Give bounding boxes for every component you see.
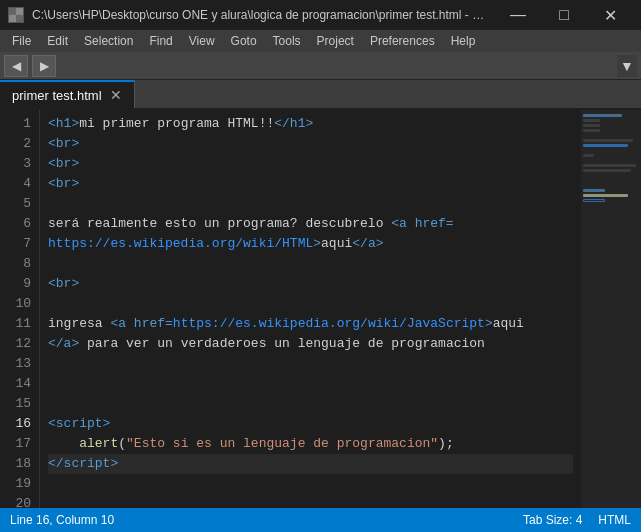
close-button[interactable]: ✕ <box>587 0 633 30</box>
line-numbers: 1 2 3 4 5 6 7 8 9 10 11 12 13 14 15 16 1… <box>0 110 40 508</box>
statusbar-right: Tab Size: 4 HTML <box>523 513 631 527</box>
line-num-1: 1 <box>12 114 31 134</box>
minimize-button[interactable]: — <box>495 0 541 30</box>
code-editor[interactable]: <h1>mi primer programa HTML!!</h1> <br> … <box>40 110 581 508</box>
line-num-5: 5 <box>12 194 31 214</box>
forward-button[interactable]: ▶ <box>32 55 56 77</box>
line-num-6: 6 <box>12 214 31 234</box>
code-line-4: <br> <box>48 174 573 194</box>
menu-project[interactable]: Project <box>309 30 362 52</box>
menubar: File Edit Selection Find View Goto Tools… <box>0 30 641 52</box>
toolbar-dropdown[interactable]: ▼ <box>617 55 637 77</box>
menu-preferences[interactable]: Preferences <box>362 30 443 52</box>
language[interactable]: HTML <box>598 513 631 527</box>
code-line-9 <box>48 294 573 314</box>
maximize-button[interactable]: □ <box>541 0 587 30</box>
code-line-17 <box>48 474 573 494</box>
menu-edit[interactable]: Edit <box>39 30 76 52</box>
menu-view[interactable]: View <box>181 30 223 52</box>
line-num-11: 11 <box>12 314 31 334</box>
tab-close-button[interactable]: ✕ <box>110 88 122 102</box>
minimap <box>581 110 641 508</box>
code-line-10b: </a> para ver un verdaderoes un lenguaje… <box>48 334 573 354</box>
titlebar: C:\Users\HP\Desktop\curso ONE y alura\lo… <box>0 0 641 30</box>
code-line-7 <box>48 254 573 274</box>
line-num-10: 10 <box>12 294 31 314</box>
svg-rect-0 <box>9 8 16 15</box>
line-num-14: 14 <box>12 374 31 394</box>
svg-rect-1 <box>16 8 23 15</box>
tab-size[interactable]: Tab Size: 4 <box>523 513 582 527</box>
code-line-18 <box>48 494 573 508</box>
code-line-8: <br> <box>48 274 573 294</box>
line-num-15: 15 <box>12 394 31 414</box>
code-line-3: <br> <box>48 154 573 174</box>
code-line-10: ingresa <a href=https://es.wikipedia.org… <box>48 314 573 334</box>
line-num-4: 4 <box>12 174 31 194</box>
code-line-11 <box>48 354 573 374</box>
menu-file[interactable]: File <box>4 30 39 52</box>
line-num-8: 8 <box>12 254 31 274</box>
line-num-3: 3 <box>12 154 31 174</box>
line-num-2: 2 <box>12 134 31 154</box>
code-line-12 <box>48 374 573 394</box>
code-line-1: <h1>mi primer programa HTML!!</h1> <box>48 114 573 134</box>
line-num-7: 7 <box>12 234 31 254</box>
line-num-19: 19 <box>12 474 31 494</box>
statusbar: Line 16, Column 10 Tab Size: 4 HTML <box>0 508 641 532</box>
menu-find[interactable]: Find <box>141 30 180 52</box>
toolbar: ◀ ▶ ▼ <box>0 52 641 80</box>
menu-selection[interactable]: Selection <box>76 30 141 52</box>
line-num-16: 16 <box>12 414 31 434</box>
titlebar-title: C:\Users\HP\Desktop\curso ONE y alura\lo… <box>32 8 487 22</box>
editor-container: 1 2 3 4 5 6 7 8 9 10 11 12 13 14 15 16 1… <box>0 110 641 508</box>
titlebar-controls: — □ ✕ <box>495 0 633 30</box>
menu-goto[interactable]: Goto <box>223 30 265 52</box>
svg-rect-2 <box>9 15 16 22</box>
line-num-9: 9 <box>12 274 31 294</box>
line-num-13: 13 <box>12 354 31 374</box>
app-icon <box>8 7 24 23</box>
code-line-6b: https://es.wikipedia.org/wiki/HTML>aqui<… <box>48 234 573 254</box>
line-num-12: 12 <box>12 334 31 354</box>
code-line-6: será realmente esto un programa? descubr… <box>48 214 573 234</box>
tab-filename: primer test.html <box>12 88 102 103</box>
menu-tools[interactable]: Tools <box>265 30 309 52</box>
tab-primer-test[interactable]: primer test.html ✕ <box>0 80 135 108</box>
code-line-14: <script> <box>48 414 573 434</box>
code-line-15: alert("Esto si es un lenguaje de program… <box>48 434 573 454</box>
svg-rect-3 <box>16 15 23 22</box>
code-line-16: </script> <box>48 454 573 474</box>
back-button[interactable]: ◀ <box>4 55 28 77</box>
cursor-position[interactable]: Line 16, Column 10 <box>10 513 114 527</box>
line-num-17: 17 <box>12 434 31 454</box>
code-line-5 <box>48 194 573 214</box>
code-line-13 <box>48 394 573 414</box>
code-line-2: <br> <box>48 134 573 154</box>
menu-help[interactable]: Help <box>443 30 484 52</box>
line-num-18: 18 <box>12 454 31 474</box>
tabbar: primer test.html ✕ <box>0 80 641 110</box>
line-num-20: 20 <box>12 494 31 508</box>
